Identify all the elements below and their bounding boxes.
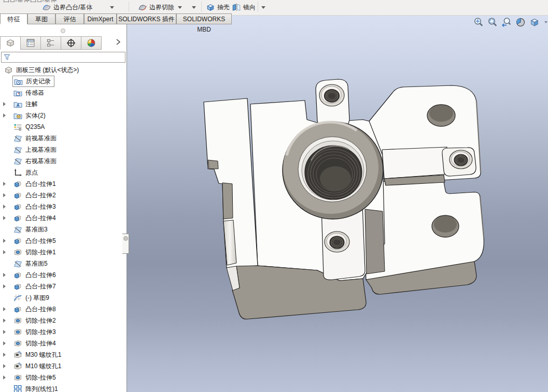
tree-item[interactable]: 凸台-拉伸4 — [0, 212, 126, 224]
tree-item[interactable]: 切除-拉伸4 — [0, 338, 126, 349]
expand-arrow-icon[interactable] — [3, 250, 6, 254]
tab-sketch[interactable]: 草图 — [27, 13, 55, 24]
graphics-viewport[interactable] — [127, 15, 548, 392]
expand-arrow-icon[interactable] — [3, 239, 6, 243]
tree-item-body[interactable]: 注解 — [12, 99, 41, 109]
view-orientation-icon[interactable] — [529, 17, 540, 27]
expand-arrow-icon[interactable] — [3, 364, 6, 368]
tree-item[interactable]: 凸台-拉伸5 — [0, 235, 126, 246]
3d-model[interactable] — [127, 15, 548, 392]
tree-item-body[interactable]: 切除-拉伸5 — [12, 372, 59, 383]
tree-item-body[interactable]: 切除-拉伸3 — [12, 327, 59, 337]
expand-arrow-icon[interactable] — [3, 102, 6, 106]
dropdown-caret-icon[interactable] — [544, 21, 547, 23]
tree-item[interactable]: 切除-拉伸1 — [0, 246, 126, 258]
tree-item-body[interactable]: Q235A — [12, 122, 48, 132]
tree-item-body[interactable]: 阵列(线性)1 — [12, 384, 61, 392]
dimxpertmanager-tab[interactable] — [61, 36, 81, 50]
tab-solidworks-mbd[interactable]: SOLIDWORKS MBD — [176, 13, 232, 24]
tree-item-body[interactable]: 切除-拉伸4 — [12, 338, 59, 349]
tree-item[interactable]: 基准面5 — [0, 258, 126, 269]
expand-arrow-icon[interactable] — [3, 307, 6, 311]
tree-item-body[interactable]: M30 螺纹孔1 — [12, 350, 64, 360]
zoom-fit-icon[interactable] — [473, 17, 484, 27]
zoom-area-icon[interactable] — [487, 17, 498, 27]
expand-arrow-icon[interactable] — [3, 216, 6, 220]
boundary-boss-button[interactable]: 边界凸台/基体 — [42, 2, 92, 13]
tree-root-item[interactable]: 面板三维 (默认<状态>) — [0, 64, 126, 76]
tree-item-body[interactable]: 右视基准面 — [12, 156, 60, 166]
propertymanager-tab[interactable] — [20, 36, 41, 50]
tree-item[interactable]: 原点 — [0, 167, 126, 178]
tree-item[interactable]: 历史记录 — [0, 76, 126, 87]
tree-item-body[interactable]: 面板三维 (默认<状态>) — [3, 65, 82, 75]
tree-item-body[interactable]: 历史记录 — [12, 76, 54, 87]
tree-item[interactable]: 上视基准面 — [0, 144, 126, 155]
expand-arrow-icon[interactable] — [3, 353, 6, 357]
tree-item[interactable]: 传感器 — [0, 87, 126, 98]
expand-arrow-icon[interactable] — [3, 182, 6, 186]
tree-item-body[interactable]: 基准面5 — [12, 258, 51, 269]
shell-button[interactable]: 抽壳 — [206, 2, 230, 13]
expand-arrow-icon[interactable] — [3, 205, 6, 209]
tree-item[interactable]: 切除-拉伸5 — [0, 372, 126, 383]
tree-item-body[interactable]: 实体(2) — [12, 110, 49, 121]
tree-item-body[interactable]: 凸台-拉伸5 — [12, 236, 59, 246]
section-view-icon[interactable] — [515, 17, 526, 27]
tree-item[interactable]: 凸台-拉伸3 — [0, 201, 126, 212]
expand-arrow-icon[interactable] — [3, 284, 6, 288]
tab-dimxpert[interactable]: DimXpert — [84, 13, 117, 24]
tree-item[interactable]: 凸台-拉伸8 — [0, 303, 126, 315]
filter-input[interactable] — [13, 53, 125, 62]
configurationmanager-tab[interactable] — [40, 36, 61, 50]
tree-item[interactable]: M10 螺纹孔1 — [0, 360, 126, 372]
expand-arrow-icon[interactable] — [3, 341, 6, 345]
dropdown-caret-icon[interactable] — [261, 6, 265, 9]
mirror-button[interactable]: 镜向 — [232, 2, 256, 13]
tree-item-body[interactable]: 凸台-拉伸4 — [12, 213, 59, 223]
tree-item-body[interactable]: 切除-拉伸2 — [12, 315, 59, 326]
tree-item-body[interactable]: M10 螺纹孔1 — [12, 361, 64, 371]
tab-evaluate[interactable]: 评估 — [55, 13, 84, 24]
tree-item-body[interactable]: 凸台-拉伸8 — [12, 304, 59, 314]
panel-collapse-handle[interactable] — [122, 234, 129, 254]
tree-item-body[interactable]: 切除-拉伸1 — [12, 247, 59, 257]
tree-item[interactable]: Q235A — [0, 121, 126, 133]
tree-item[interactable]: M30 螺纹孔1 — [0, 349, 126, 360]
tree-item[interactable]: 注解 — [0, 98, 126, 110]
expand-arrow-icon[interactable] — [3, 330, 6, 334]
expand-arrow-icon[interactable] — [3, 375, 6, 380]
tree-item-body[interactable]: (-) 草图9 — [12, 293, 52, 303]
tree-item[interactable]: (-) 草图9 — [0, 292, 126, 303]
featuremanager-tab[interactable] — [0, 36, 21, 50]
tree-item[interactable]: 阵列(线性)1 — [0, 383, 126, 392]
tree-item[interactable]: 实体(2) — [0, 110, 126, 121]
tree-item-body[interactable]: 前视基准面 — [12, 133, 60, 143]
boundary-cut-button[interactable]: 边界切除 — [138, 2, 174, 13]
tree-item-body[interactable]: 凸台-拉伸7 — [12, 281, 59, 292]
tree-item-body[interactable]: 凸台-拉伸6 — [12, 270, 59, 280]
tree-item-body[interactable]: 原点 — [12, 167, 41, 178]
tree-item[interactable]: 右视基准面 — [0, 155, 126, 167]
tree-item[interactable]: 切除-拉伸3 — [0, 326, 126, 338]
tree-item[interactable]: 切除-拉伸2 — [0, 315, 126, 326]
tree-item[interactable]: 凸台-拉伸1 — [0, 178, 126, 190]
tree-filter-box[interactable] — [1, 52, 125, 63]
tree-item[interactable]: 基准面3 — [0, 224, 126, 235]
panel-splitter-handle[interactable] — [0, 24, 127, 36]
expand-arrow-icon[interactable] — [3, 113, 6, 118]
displaymanager-tab[interactable] — [81, 36, 102, 50]
dropdown-caret-icon[interactable] — [110, 6, 114, 9]
tab-solidworks-addins[interactable]: SOLIDWORKS 插件 — [117, 13, 176, 24]
tree-item-body[interactable]: 基准面3 — [12, 224, 51, 235]
tree-item-body[interactable]: 凸台-拉伸2 — [12, 190, 59, 200]
panel-expand-chevron-icon[interactable] — [114, 38, 122, 46]
tree-item-body[interactable]: 传感器 — [12, 88, 47, 98]
expand-arrow-icon[interactable] — [3, 193, 6, 197]
tree-item[interactable]: 凸台-拉伸6 — [0, 269, 126, 281]
tree-item[interactable]: 凸台-拉伸2 — [0, 190, 126, 201]
tab-features[interactable]: 特征 — [0, 13, 27, 24]
dropdown-caret-icon[interactable] — [192, 6, 196, 9]
previous-view-icon[interactable] — [501, 17, 512, 27]
tree-item-body[interactable]: 上视基准面 — [12, 144, 60, 155]
